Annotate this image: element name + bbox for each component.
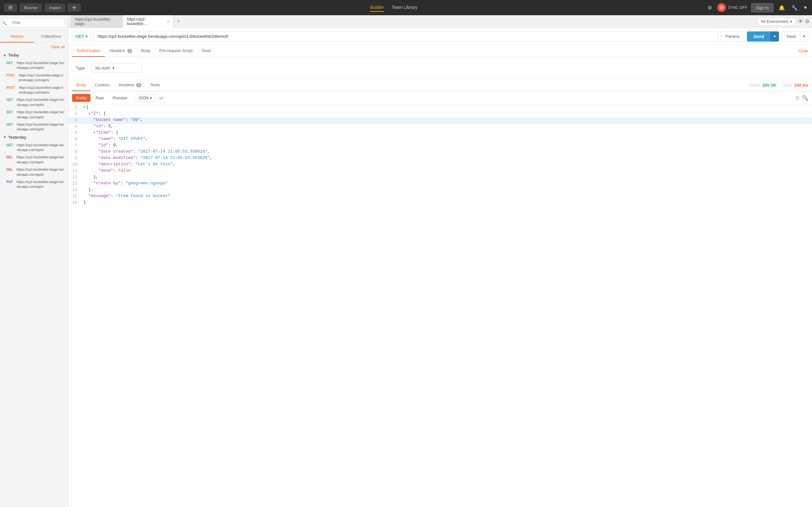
method-badge: GET [5, 122, 14, 127]
settings-icon[interactable]: ⚙ [706, 3, 713, 12]
yesterday-section[interactable]: ▼ Yesterday [0, 133, 68, 142]
tab-authorization[interactable]: Authorization [72, 45, 105, 57]
tab-prerequest[interactable]: Pre-request Script [155, 45, 197, 57]
json-format-selector[interactable]: JSON ▾ [135, 94, 155, 102]
svg-rect-1 [9, 7, 12, 8]
line-content: "create by": "geogreen ngunga" [81, 181, 812, 187]
line-num: 8 [68, 149, 81, 156]
tab1-label: https://cp2-bucketlist-stage. [75, 17, 117, 26]
history-url: https://cp2-bucketlist-stage.herokuapp.c… [19, 73, 65, 83]
collections-tab[interactable]: Collections [34, 31, 68, 43]
history-tab[interactable]: History [0, 31, 34, 43]
auth-type-row: Type No Auth ▾ [76, 63, 804, 73]
today-section[interactable]: ▼ Today [0, 51, 68, 59]
svg-rect-4 [72, 7, 76, 8]
runner-button[interactable]: Runner [20, 3, 42, 12]
headers-count-badge: 6 [136, 83, 141, 87]
sync-button[interactable]: SYNC OFF [717, 3, 747, 12]
auth-tabs: Authorization Headers 2 Body Pre-request… [68, 45, 812, 57]
send-button-group: Send ▾ [747, 32, 779, 42]
settings-env-icon[interactable]: ⚙ [805, 18, 809, 24]
wrench-icon[interactable]: 🔧 [790, 3, 799, 12]
request-tab-1[interactable]: https://cp2-bucketlist-stage. [71, 15, 121, 28]
url-input[interactable] [94, 31, 718, 42]
list-item[interactable]: GET https://cp2-bucketlist-stage.herokua… [0, 142, 68, 154]
eye-icon[interactable]: 👁 [798, 18, 803, 24]
method-badge: GET [5, 61, 14, 65]
code-line-6: 6 "name": "GIT STUFF", [68, 136, 812, 143]
params-button[interactable]: Params [720, 31, 744, 42]
sidebar-actions: Clear all [0, 43, 68, 51]
save-button[interactable]: Save [782, 32, 800, 41]
response-tab-cookies[interactable]: Cookies [91, 79, 114, 91]
sign-in-button[interactable]: Sign In [751, 3, 773, 12]
line-content: "bucket name": "D0", [81, 117, 812, 124]
request-tab-2[interactable]: https://cp2-bucketlist-... × [123, 15, 174, 28]
search-icon[interactable]: 🔍 [802, 95, 808, 101]
send-button[interactable]: Send [747, 32, 770, 42]
headers-badge: 2 [127, 49, 132, 53]
add-tab-button[interactable]: + [175, 18, 182, 25]
method-badge: PUT [5, 180, 14, 184]
list-item[interactable]: GET https://cp2-bucketlist-stage.herokua… [0, 96, 68, 109]
line-num: 16 [68, 200, 81, 206]
code-line-8: 8 "date created": "2017-07-14 21:05:53.5… [68, 149, 812, 156]
line-num: 10 [68, 162, 81, 168]
response-tab-body[interactable]: Body [72, 79, 91, 91]
code-line-7: 7 "id": 0, [68, 143, 812, 149]
sidebar-search [0, 15, 68, 31]
list-item[interactable]: POST https://cp2-bucketlist-stage.heroku… [0, 84, 68, 97]
sidebar: History Collections Clear all ▼ Today GE… [0, 15, 68, 507]
line-content: }, [81, 187, 812, 193]
tab-tests[interactable]: Tests [197, 45, 216, 57]
method-label: GET [75, 34, 84, 39]
status-value: 200 OK [762, 83, 776, 88]
heart-icon[interactable]: ♥ [803, 3, 809, 12]
list-item[interactable]: DEL https://cp2-bucketlist-stage.herokua… [0, 154, 68, 166]
auth-type-select[interactable]: No Auth ▾ [91, 63, 142, 73]
code-line-4: 4 "id": 2, [68, 124, 812, 130]
body-tab-preview[interactable]: Preview [109, 94, 131, 102]
auth-type-label: Type [76, 66, 85, 70]
code-line-11: 11 "done": false [68, 168, 812, 174]
new-tab-button[interactable] [68, 3, 81, 12]
code-viewer: 1 ▼{ 2 ▼"2": { 3 "bucket name": "D0", 4 … [68, 105, 812, 507]
body-icons: ⎘ 🔍 [796, 95, 808, 101]
env-label: No Environment [761, 19, 788, 24]
line-content: ▼{ [81, 105, 812, 111]
sidebar-toggle-button[interactable] [4, 3, 17, 12]
history-url: https://cp2-bucketlist-stage.herokuapp.c… [17, 143, 65, 153]
list-item[interactable]: GET https://cp2-bucketlist-stage.herokua… [0, 59, 68, 72]
code-link[interactable]: Code [798, 49, 808, 53]
line-num: 14 [68, 187, 81, 193]
list-item[interactable]: POST https://cp2-bucketlist-stage.heroku… [0, 72, 68, 84]
response-tab-tests[interactable]: Tests [146, 79, 164, 91]
method-badge: POST [5, 73, 16, 77]
line-num: 1 [68, 105, 81, 111]
list-item[interactable]: GET https://cp2-bucketlist-stage.herokua… [0, 121, 68, 133]
filter-input[interactable] [3, 18, 65, 27]
send-dropdown-button[interactable]: ▾ [770, 32, 779, 42]
method-selector[interactable]: GET ▾ [72, 32, 91, 41]
builder-nav[interactable]: Builder [370, 3, 384, 12]
team-library-nav[interactable]: Team Library [392, 3, 418, 12]
clear-all-button[interactable]: Clear all [51, 45, 65, 49]
list-item[interactable]: DEL https://cp2-bucketlist-stage.herokua… [0, 166, 68, 178]
tab-headers[interactable]: Headers 2 [105, 45, 137, 57]
env-dropdown[interactable]: No Environment ▾ [757, 18, 796, 25]
wrap-lines-icon[interactable]: ⇌ [159, 95, 163, 101]
import-button[interactable]: Import [45, 3, 65, 12]
line-num: 2 [68, 111, 81, 117]
bell-icon[interactable]: 🔔 [777, 3, 786, 12]
list-item[interactable]: PUT https://cp2-bucketlist-stage.herokua… [0, 178, 68, 191]
svg-rect-0 [9, 6, 12, 7]
save-dropdown-button[interactable]: ▾ [800, 32, 808, 41]
tab-body[interactable]: Body [137, 45, 155, 57]
body-tab-raw[interactable]: Raw [92, 94, 108, 102]
response-tab-headers[interactable]: Headers 6 [114, 79, 146, 91]
json-chevron-icon: ▾ [150, 96, 152, 100]
body-tab-pretty[interactable]: Pretty [72, 94, 91, 102]
copy-icon[interactable]: ⎘ [796, 95, 799, 101]
close-tab-icon[interactable]: × [167, 19, 169, 24]
list-item[interactable]: GET https://cp2-bucketlist-stage.herokua… [0, 109, 68, 121]
